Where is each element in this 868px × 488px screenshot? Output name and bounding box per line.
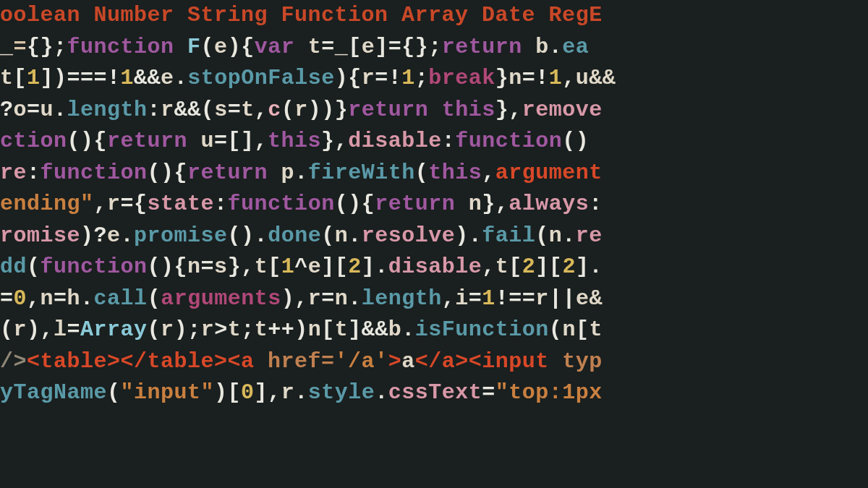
code-token: [ [268, 254, 281, 279]
code-token: /> [0, 349, 27, 374]
code-token: , [442, 286, 456, 311]
code-line: t[1])===!1&&e.stopOnFalse){r=!1;break}n=… [0, 63, 868, 95]
code-token: =[], [214, 129, 268, 153]
code-token: n [509, 66, 522, 90]
code-token: _ [335, 35, 349, 59]
code-token: i [455, 286, 469, 311]
code-token: e& [576, 286, 603, 311]
code-token: r [535, 286, 549, 311]
code-token: = [321, 35, 335, 59]
code-token: ( [281, 98, 295, 122]
code-token: && [134, 66, 161, 90]
code-token: n [335, 286, 349, 311]
code-token: c [268, 98, 281, 122]
code-token: <a [228, 349, 268, 374]
code-token: !== [495, 286, 536, 311]
code-token: romise [0, 223, 80, 248]
code-token: e [362, 35, 375, 59]
code-token: ]. [576, 254, 603, 279]
code-token: return [107, 129, 187, 153]
code-token: , [255, 98, 268, 122]
code-token: ea [562, 35, 589, 59]
code-token: : [589, 192, 603, 216]
code-token: length [67, 98, 148, 122]
code-line: (r),l=Array(r);r>t;t++)n[t]&&b.isFunctio… [0, 314, 868, 346]
code-token: e [214, 35, 228, 59]
code-token: e [308, 254, 322, 279]
code-token: 1 [121, 66, 135, 90]
code-token: ); [174, 317, 201, 342]
code-token: t [589, 317, 603, 342]
code-token: u&& [576, 66, 616, 90]
code-token: =! [375, 66, 401, 90]
code-token: r [107, 192, 121, 216]
code-token: r [14, 317, 27, 342]
code-token: : [442, 129, 456, 153]
code-token: a [401, 349, 415, 374]
code-token: = [14, 35, 27, 59]
code-line: _={};function F(e){var t=_[e]={};return … [0, 32, 868, 64]
code-token: var [255, 35, 295, 59]
code-token: ^ [294, 254, 308, 279]
code-token: ( [321, 223, 335, 248]
code-token: = [482, 380, 495, 405]
code-token: t [241, 98, 255, 122]
code-token: : [148, 98, 161, 122]
code-token: fail [482, 223, 535, 248]
code-token: ] [375, 35, 388, 59]
code-token: t [495, 254, 509, 279]
code-token: (){ [335, 192, 375, 216]
code-token: . [348, 223, 362, 248]
code-token: done [268, 223, 321, 248]
code-token: fireWith [308, 160, 415, 185]
code-token: r [161, 98, 174, 122]
code-token: . [562, 223, 576, 248]
code-token: ( [415, 160, 429, 185]
code-token: [ [509, 254, 522, 279]
code-token: , [482, 160, 495, 185]
code-token: t [255, 317, 268, 342]
code-line: re:function(){return p.fireWith(this,arg… [0, 158, 868, 189]
code-token: n [187, 254, 201, 279]
code-token: ( [535, 223, 549, 248]
code-token: = [54, 286, 67, 311]
code-token: resolve [362, 223, 456, 248]
code-token: style [308, 380, 375, 405]
code-token: typ [562, 349, 603, 374]
code-token: length [362, 286, 442, 311]
code-token: > [388, 349, 402, 374]
code-token: function [455, 129, 562, 153]
code-token: </table> [121, 349, 228, 374]
code-token: } [495, 66, 509, 90]
code-token: . [375, 380, 388, 405]
code-token: b [522, 35, 549, 59]
code-token: , [27, 286, 41, 311]
code-token: ={ [121, 192, 148, 216]
code-token: : [214, 192, 228, 216]
code-token: ( [148, 286, 161, 311]
code-token: , [94, 192, 108, 216]
code-token: href= [268, 349, 335, 374]
code-token: ][ [535, 254, 562, 279]
code-token: ++) [268, 317, 308, 342]
code-token: : [27, 160, 41, 185]
code-token: ? [0, 98, 14, 122]
code-token: () [562, 129, 589, 153]
code-token: . [294, 380, 308, 405]
code-token: n [562, 317, 576, 342]
code-token: "top:1px [495, 380, 603, 405]
code-token: n [41, 286, 54, 311]
code-token: ][ [321, 254, 348, 279]
code-token: ( [107, 380, 121, 405]
code-token: stopOnFalse [187, 66, 335, 90]
code-token: this [268, 129, 321, 153]
code-token: [ [576, 317, 590, 342]
code-token: n [549, 223, 563, 248]
code-token: =! [522, 66, 549, 90]
code-token: . [401, 317, 415, 342]
code-token: o [14, 98, 27, 122]
code-token: h [67, 286, 81, 311]
code-token: disable [388, 254, 482, 279]
code-token: cssText [388, 380, 482, 405]
code-token: 1 [482, 286, 495, 311]
